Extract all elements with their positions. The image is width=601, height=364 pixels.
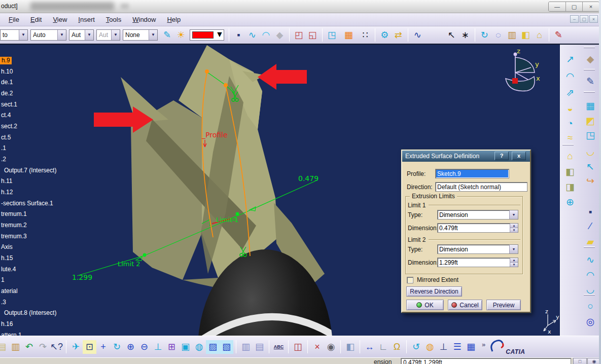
compass[interactable]: z y x [506,47,540,91]
layers-surfaces-icon[interactable]: ◧ [519,28,533,42]
mirrored-extent-checkbox[interactable] [407,277,413,283]
dialog-close-button[interactable]: x [512,152,526,160]
catalog-icon[interactable]: ⌂ [533,28,546,42]
circular-pattern-icon[interactable]: ◌ [491,28,505,42]
spline-curve-icon[interactable]: ∿ [583,252,598,267]
viewport-3d[interactable]: h.9h.10de.1de.2sect.1ct.4sect.2ct.5.1.2O… [0,45,560,336]
grid-icon[interactable]: ▦ [464,340,478,354]
part-design-workbench-icon[interactable]: ◆ [583,52,598,66]
symmetry-surface-icon[interactable]: ◧ [562,164,578,178]
menu-window[interactable]: Window [127,14,161,25]
patch-tool-icon[interactable]: ◠ [259,28,273,42]
child-minimize-button[interactable]: – [570,15,579,23]
spin-down-icon[interactable]: ▼ [510,228,518,233]
iso-view-icon[interactable]: ▣ [179,340,192,354]
menu-file[interactable]: File [3,14,25,25]
painter-icon[interactable]: ✎ [160,28,174,42]
compass-origin-handle[interactable] [512,78,518,84]
limit1-label[interactable]: Limit 1 [216,216,239,224]
fly-mode-icon[interactable]: ✈ [69,340,83,354]
update-gears-icon[interactable]: ⚙ [378,28,392,42]
chevron-down-icon[interactable]: ▼ [111,30,120,40]
linetype-combo[interactable]: Aut▼ [69,29,94,41]
sketcher-icon[interactable]: ✎ [583,74,598,88]
wizard-icon[interactable]: ☀ [174,28,188,42]
whats-this-icon[interactable]: ↖? [50,340,63,354]
projection-curve-icon[interactable]: ◡ [583,282,598,296]
profile-endpoint-right[interactable] [224,83,228,87]
fit-all-in-icon[interactable]: ⊡ [83,340,96,354]
fill-surface-icon[interactable]: ◒ [562,101,578,116]
dialog-titlebar[interactable]: Extruded Surface Definition ? x [402,151,530,162]
render-wire-icon[interactable]: ▧ [220,340,233,354]
extrude-surface-icon[interactable]: ⇗ [562,85,578,99]
limit1-dimension-spinner[interactable]: 0.479ft ▲▼ [437,223,518,233]
limit1-type-dropdown[interactable]: Dimension ▼ [437,210,518,220]
spline-tool-icon[interactable]: ∿ [245,28,259,42]
multi-view-icon[interactable]: ⊞ [165,340,179,354]
limit2-point[interactable] [143,253,147,257]
quad-surface-icon[interactable]: ▦ [583,98,598,113]
chevron-down-icon[interactable]: ▼ [85,30,93,40]
revolve-surface-icon[interactable]: ◠ [562,69,578,83]
surface-curve-icon[interactable]: ◠ [583,268,598,282]
profile-endpoint-left[interactable] [205,69,209,74]
undo-icon[interactable]: ↶ [22,340,36,354]
chevron-down-icon[interactable]: ▼ [57,30,66,40]
layer-combo[interactable]: Auto▼ [30,29,66,41]
spiral-icon[interactable]: ◎ [583,314,598,329]
curve-analysis-icon[interactable]: ∿ [411,28,425,42]
spin-down-icon[interactable]: ▼ [510,263,518,267]
adaptive-sweep-icon[interactable]: ↪ [583,173,598,188]
exchange-icon[interactable]: ⇄ [392,28,405,42]
repeat-xn-icon[interactable]: ↻ [478,28,491,42]
circle-icon[interactable]: ○ [583,299,598,313]
zoom-in-icon[interactable]: ⊕ [124,340,137,354]
camera-icon[interactable]: ◉ [324,340,338,354]
menu-insert[interactable]: Insert [73,14,100,25]
plane-icon[interactable]: ▰ [583,234,598,248]
cancel-button[interactable]: Cancel [448,300,482,310]
solid-tool-disabled-icon[interactable]: ◆ [273,28,287,42]
pick-box-alt-icon[interactable]: ◱ [306,28,320,42]
limit2-label[interactable]: Limit 2 [118,260,140,268]
direction-field[interactable]: Default (Sketch normal) [435,182,527,192]
paint-grid-icon[interactable]: ▦ [342,28,356,42]
toolbar-overflow-chevron[interactable]: » [482,341,485,348]
color-combo[interactable]: ▼ [190,29,224,41]
child-close-button[interactable]: × [589,15,598,23]
paste-icon[interactable]: ▥ [9,340,22,354]
multi-select-icon[interactable]: ∗ [458,28,472,42]
pan-globe-icon[interactable]: ◍ [423,340,437,354]
rotate-view-icon[interactable]: ↻ [110,340,124,354]
select-arrow-icon[interactable]: ↖ [445,28,458,42]
join-healing-icon[interactable]: ⊕ [562,195,578,209]
shading-style-icon[interactable]: ◍ [192,340,206,354]
render-tool-icon[interactable]: ◧ [343,340,357,354]
extract-geometry-icon[interactable]: ↖ [583,159,598,173]
offset-surface-icon[interactable]: ⌂ [562,149,578,163]
power-copy-icon[interactable]: ✎ [552,28,565,42]
clipboard-icon[interactable]: ▥ [505,28,519,42]
preview-button[interactable]: Preview [486,300,521,310]
boundary-search-icon[interactable]: ◳ [583,128,598,142]
spin-up-icon[interactable]: ▲ [510,224,518,228]
multi-sections-surface-icon[interactable]: ≈ [562,131,578,145]
pan-icon[interactable]: + [96,340,110,354]
menu-view[interactable]: View [47,14,73,25]
point-snap-icon[interactable]: ▪ [232,28,245,42]
axis-system-icon[interactable]: ⊥ [437,340,450,354]
titlebar[interactable]: oduct] —▢× [0,0,601,13]
bent-surface-icon[interactable]: ◡ [583,144,598,158]
sketch-solve-icon[interactable]: × [310,340,324,354]
menu-help[interactable]: Help [161,14,186,25]
limit2-type-dropdown[interactable]: Dimension ▼ [437,244,518,254]
profile-field[interactable]: Sketch.9 [435,169,509,178]
swap-space-icon[interactable]: ▤ [253,340,266,354]
limit2-dimension-spinner[interactable]: 1.299ft ▲▼ [437,258,518,267]
weight-inertia-icon[interactable]: Ω [390,340,404,354]
measure-item-icon[interactable]: ∟ [376,340,390,354]
window-restore-button[interactable]: ▢ [565,2,582,11]
translate-surface-icon[interactable]: ◨ [562,179,578,194]
refresh-icon[interactable]: ↺ [409,340,423,354]
